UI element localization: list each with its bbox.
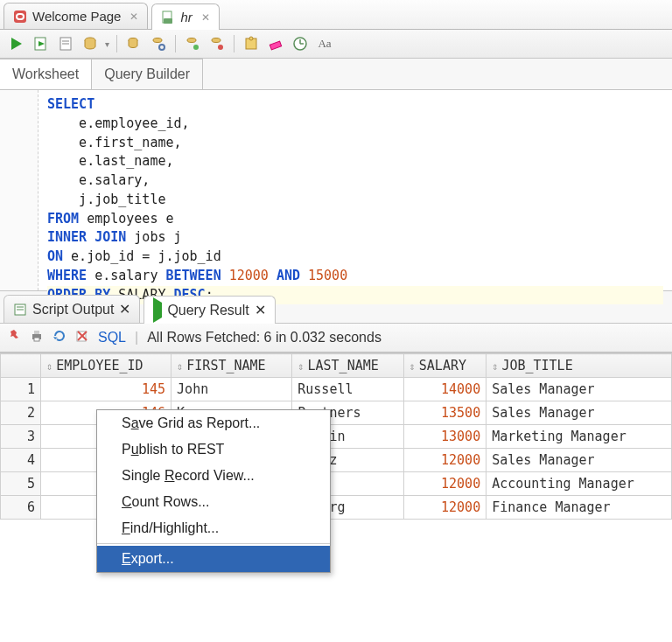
sort-icon: ⇕ [177,360,183,373]
menu-find-highlight[interactable]: Find/Highlight... [97,515,330,541]
separator: | [135,330,138,345]
pin-icon[interactable] [7,329,21,346]
tb-sql-icon[interactable] [242,35,261,52]
toolbar-separator [116,35,117,52]
run-button[interactable] [7,35,26,52]
script-output-icon [13,303,27,317]
cell-job-title: Sales Manager [486,401,672,425]
db-search-icon [150,36,166,52]
cell-salary: 12000 [403,449,486,472]
menu-publish-rest[interactable]: Publish to REST [97,436,330,463]
clock-icon [292,36,308,52]
autotrace-button[interactable] [80,35,100,52]
file-tab-label: Welcome Page [32,9,121,24]
result-toolbar: SQL | All Rows Fetched: 6 in 0.032 secon… [0,324,672,352]
table-row[interactable]: 1145JohnRussell14000Sales Manager [1,378,672,401]
tab-query-builder[interactable]: Query Builder [92,59,203,89]
history-button[interactable] [290,35,310,52]
db-green-icon [185,36,200,52]
delete-icon[interactable] [75,329,89,346]
doc-icon [58,36,74,52]
tab-query-result[interactable]: Query Result ✕ [144,296,275,324]
sort-icon: ⇕ [298,360,304,373]
row-number: 1 [1,378,41,401]
svg-rect-27 [34,331,39,334]
refresh-icon[interactable] [52,329,66,346]
clear-button[interactable] [266,35,285,52]
file-tab-hr[interactable]: hr ✕ [151,3,219,30]
tab-script-output[interactable]: Script Output ✕ [4,295,140,323]
tab-label: Script Output [32,302,114,318]
tab-worksheet[interactable]: Worksheet [0,59,92,89]
context-menu: Save Grid as Report... Publish to REST S… [96,409,331,573]
svg-marker-29 [53,337,58,339]
svg-point-11 [153,38,162,43]
puzzle-icon [243,36,259,52]
sql-editor[interactable]: SELECT e.employee_id, e.first_name, e.la… [0,90,672,291]
col-salary[interactable]: ⇕SALARY [403,354,486,378]
status-text: All Rows Fetched: 6 in 0.032 seconds [147,330,382,345]
col-last-name[interactable]: ⇕LAST_NAME [292,354,403,378]
row-number: 5 [1,472,41,496]
col-first-name[interactable]: ⇕FIRST_NAME [172,354,292,378]
row-number: 2 [1,401,41,425]
cell-job-title: Marketing Manager [486,425,672,449]
cell-job-title: Accounting Manager [486,472,672,496]
cell-first-name: John [172,378,292,401]
tab-label: Query Result [167,303,248,318]
row-number: 6 [1,496,41,520]
file-tab-welcome[interactable]: Welcome Page ✕ [4,3,148,29]
file-tab-label: hr [180,10,192,24]
play-icon [153,303,162,318]
cell-salary: 12000 [403,472,486,496]
cell-salary: 13500 [403,401,486,425]
cell-job-title: Sales Manager [486,378,672,401]
svg-point-18 [249,37,253,40]
db-check-icon [126,36,142,52]
sql-link[interactable]: SQL [98,330,126,345]
case-button[interactable]: Aa [315,35,334,52]
svg-rect-3 [164,18,172,24]
db-red-icon [209,36,225,52]
cell-last-name: Russell [292,378,403,401]
rollback-button[interactable] [149,35,168,52]
close-icon[interactable]: ✕ [130,10,138,23]
run-script-button[interactable] [32,35,51,52]
menu-count-rows[interactable]: Count Rows... [97,489,330,515]
svg-rect-28 [34,338,39,341]
close-icon[interactable]: ✕ [255,302,266,318]
text-case-icon: Aa [318,37,331,51]
menu-single-record[interactable]: Single Record View... [97,463,330,489]
menu-save-grid[interactable]: Save Grid as Report... [97,410,330,436]
main-toolbar: ▾ Aa [0,30,672,59]
close-icon[interactable]: ✕ [119,301,130,318]
cell-job-title: Sales Manager [486,449,672,472]
eraser-icon [268,36,284,52]
row-header [1,354,41,378]
cell-employee-id: 145 [41,378,172,401]
col-job-title[interactable]: ⇕JOB_TITLE [486,354,672,378]
svg-point-15 [212,38,220,43]
explain-plan-button[interactable] [56,35,75,52]
tb-db-b[interactable] [207,35,227,52]
file-tabs: Welcome Page ✕ hr ✕ [0,0,672,30]
db-icon [82,36,98,52]
print-icon[interactable] [30,329,44,346]
sort-icon: ⇕ [410,360,416,373]
menu-export[interactable]: Export... [97,546,330,572]
svg-rect-19 [270,41,281,50]
oracle-icon [13,10,27,24]
row-number: 3 [1,425,41,449]
script-icon [33,36,49,52]
menu-separator [97,543,330,544]
results-grid: ⇕EMPLOYEE_ID ⇕FIRST_NAME ⇕LAST_NAME ⇕SAL… [0,352,672,520]
toolbar-separator [175,35,176,52]
tb-db-a[interactable] [183,35,202,52]
svg-point-16 [218,45,223,50]
table-header-row: ⇕EMPLOYEE_ID ⇕FIRST_NAME ⇕LAST_NAME ⇕SAL… [1,354,672,378]
sql-code[interactable]: SELECT e.employee_id, e.first_name, e.la… [38,90,672,290]
col-employee-id[interactable]: ⇕EMPLOYEE_ID [41,354,172,378]
close-icon[interactable]: ✕ [201,11,210,24]
sort-icon: ⇕ [492,360,498,373]
commit-button[interactable] [124,35,144,52]
